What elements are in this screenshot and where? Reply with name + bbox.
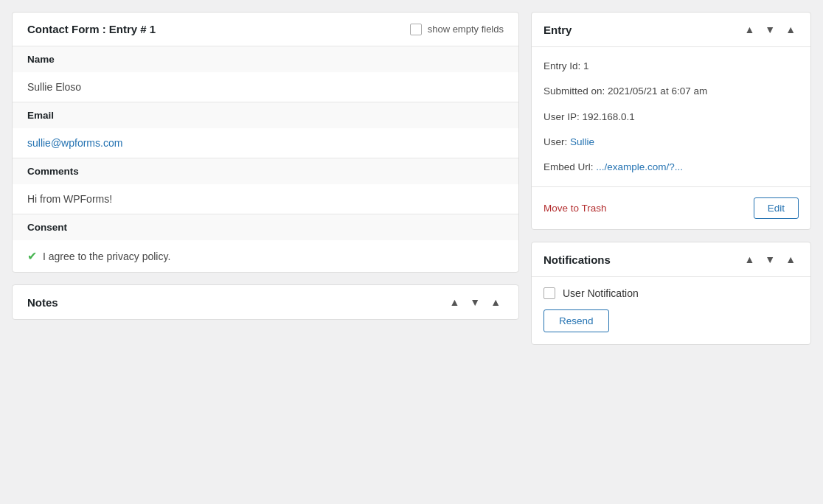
resend-area: Resend: [532, 307, 810, 344]
consent-row: ✔ I agree to the privacy policy.: [27, 249, 504, 263]
notes-down-btn[interactable]: ▼: [467, 295, 483, 309]
user-notification-label: User Notification: [563, 287, 639, 299]
user-ip-row: User IP: 192.168.0.1: [544, 110, 799, 125]
entry-sidebar-header: Entry ▲ ▼ ▲: [532, 13, 810, 47]
notifications-title: Notifications: [544, 253, 611, 266]
user-notification-row: User Notification: [532, 277, 810, 307]
move-to-trash-btn[interactable]: Move to Trash: [544, 203, 607, 214]
field-name-label: Name: [13, 46, 518, 72]
main-panel: Contact Form : Entry # 1 show empty fiel…: [12, 12, 519, 345]
notes-controls: ▲ ▼ ▲: [446, 295, 504, 309]
entry-sidebar-body: Entry Id: 1 Submitted on: 2021/05/21 at …: [532, 47, 810, 186]
notes-card: Notes ▲ ▼ ▲: [12, 284, 519, 320]
embed-link[interactable]: .../example.com/?...: [596, 161, 683, 172]
notif-collapse-btn[interactable]: ▲: [782, 253, 799, 266]
entry-collapse-btn[interactable]: ▲: [782, 23, 799, 36]
field-email-label: Email: [13, 102, 518, 128]
notes-title: Notes: [27, 296, 58, 309]
consent-checkmark-icon: ✔: [27, 249, 37, 263]
notes-up-btn[interactable]: ▲: [446, 295, 462, 309]
field-comments-value: Hi from WPForms!: [13, 184, 518, 214]
edit-btn[interactable]: Edit: [754, 197, 799, 219]
entry-up-btn[interactable]: ▲: [741, 23, 757, 36]
show-empty-fields-checkbox[interactable]: [410, 24, 422, 35]
embed-url-row: Embed Url: .../example.com/?...: [544, 160, 799, 175]
entry-down-btn[interactable]: ▼: [762, 23, 778, 36]
notif-up-btn[interactable]: ▲: [741, 253, 757, 266]
entry-actions: Move to Trash Edit: [532, 186, 810, 229]
email-link[interactable]: sullie@wpforms.com: [27, 137, 122, 149]
notifications-controls: ▲ ▼ ▲: [741, 253, 799, 266]
notifications-sidebar-header: Notifications ▲ ▼ ▲: [532, 242, 810, 277]
show-empty-fields-label: show empty fields: [428, 24, 504, 35]
field-email-value: sullie@wpforms.com: [13, 128, 518, 158]
field-name-value: Sullie Eloso: [13, 72, 518, 102]
user-notification-checkbox[interactable]: [544, 287, 555, 299]
field-consent: Consent ✔ I agree to the privacy policy.: [13, 214, 518, 272]
sidebar: Entry ▲ ▼ ▲ Entry Id: 1 Submitted on: 20…: [531, 12, 811, 345]
submitted-on-row: Submitted on: 2021/05/21 at 6:07 am: [544, 84, 799, 99]
field-consent-value: ✔ I agree to the privacy policy.: [13, 240, 518, 272]
user-label: User:: [544, 136, 567, 147]
notif-down-btn[interactable]: ▼: [762, 253, 778, 266]
field-comments: Comments Hi from WPForms!: [13, 158, 518, 214]
form-title: Contact Form : Entry # 1: [27, 23, 156, 35]
notes-collapse-btn[interactable]: ▲: [487, 295, 504, 309]
entry-sidebar-controls: ▲ ▼ ▲: [741, 23, 799, 36]
entry-id-row: Entry Id: 1: [544, 59, 799, 74]
entry-sidebar-card: Entry ▲ ▼ ▲ Entry Id: 1 Submitted on: 20…: [531, 12, 811, 230]
notifications-sidebar-card: Notifications ▲ ▼ ▲ User Notification Re…: [531, 242, 811, 345]
embed-label: Embed Url:: [544, 161, 594, 172]
entry-card: Contact Form : Entry # 1 show empty fiel…: [12, 12, 519, 273]
user-link[interactable]: Sullie: [570, 136, 594, 147]
consent-text: I agree to the privacy policy.: [43, 251, 170, 262]
resend-btn[interactable]: Resend: [544, 309, 609, 332]
user-row: User: Sullie: [544, 135, 799, 150]
field-name: Name Sullie Eloso: [13, 46, 518, 102]
field-comments-label: Comments: [13, 158, 518, 184]
show-empty-fields-wrapper: show empty fields: [410, 24, 504, 35]
entry-sidebar-title: Entry: [544, 24, 572, 36]
notes-card-header: Notes ▲ ▼ ▲: [13, 285, 518, 319]
field-email: Email sullie@wpforms.com: [13, 102, 518, 158]
field-consent-label: Consent: [13, 214, 518, 240]
entry-card-header: Contact Form : Entry # 1 show empty fiel…: [13, 13, 518, 46]
